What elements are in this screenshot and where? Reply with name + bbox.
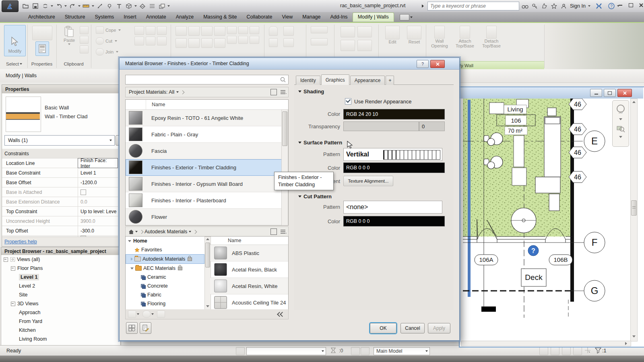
shading-color-swatch[interactable]: RGB 24 20 10 (343, 109, 445, 119)
property-row[interactable]: Base Offset-1200.0 (2, 178, 118, 187)
surface-pattern-field[interactable]: Vertikal (343, 148, 442, 161)
transparency-slider[interactable] (343, 121, 419, 131)
ribbon-state-dropdown-icon[interactable] (410, 16, 413, 18)
measure-length-icon[interactable] (311, 26, 328, 33)
cut-color-swatch[interactable]: RGB 0 0 0 (343, 216, 445, 226)
materials-scroll-thumb[interactable] (282, 111, 287, 146)
ok-button[interactable]: OK (370, 323, 396, 333)
tab-collaborate[interactable]: Collaborate (242, 12, 277, 22)
copy-to-clipboard-icon[interactable] (80, 36, 89, 44)
cut-to-clipboard-icon[interactable] (80, 26, 89, 34)
tag-icon[interactable] (105, 2, 114, 10)
ribbon-state-toggle-icon[interactable] (400, 14, 409, 21)
breadcrumb-item[interactable]: Autodesk Materials (144, 229, 187, 234)
wall-opening-button[interactable]: Wall Opening (429, 26, 450, 48)
select-underlay-icon[interactable] (573, 347, 582, 355)
filter-icon[interactable] (595, 347, 601, 355)
material-row[interactable]: Fabric - Plain - Gray (126, 126, 288, 143)
undo-dropdown-icon[interactable] (64, 5, 67, 7)
measure-dropdown-icon[interactable] (92, 5, 94, 7)
shading-section-header[interactable]: Shading (298, 88, 324, 95)
scroll-down-icon[interactable] (632, 335, 636, 337)
tree-item-kitchen[interactable]: Kitchen (1, 326, 120, 335)
design-option-dropdown[interactable]: Main Model (374, 347, 430, 355)
help-question-icon[interactable]: ? (528, 245, 539, 256)
thin-lines-icon[interactable] (148, 2, 157, 10)
material-row[interactable]: Finishes - Interior - Plasterboard (126, 192, 288, 209)
type-selector-dropdown[interactable]: Walls (1) (4, 135, 115, 146)
measure-icon[interactable] (82, 2, 91, 10)
material-row[interactable]: Flower (126, 209, 288, 225)
property-row[interactable]: Top ConstraintUp to level: Leve (2, 207, 118, 216)
close-icon[interactable] (636, 2, 644, 9)
communication-center-icon[interactable] (540, 2, 549, 10)
view-close-icon[interactable] (617, 89, 632, 97)
exchange-apps-icon[interactable] (594, 2, 603, 10)
section-icon[interactable] (138, 2, 147, 10)
properties-help-link[interactable]: Properties help (4, 239, 37, 245)
reset-profile-button[interactable]: Reset (404, 26, 424, 44)
rotate-icon[interactable] (201, 38, 213, 48)
deck-label[interactable]: Deck (521, 269, 546, 286)
create-similar-icon[interactable] (357, 26, 372, 37)
library-tree-flooring[interactable]: Flooring (126, 299, 204, 308)
library-tree-aec-materials[interactable]: AEC Materials (126, 264, 204, 273)
align-icon[interactable] (175, 26, 187, 36)
library-view-toggle-icon[interactable] (270, 228, 277, 235)
detach-topbase-button[interactable]: Detach Top/Base (480, 26, 503, 48)
edit-profile-button[interactable]: Edit (383, 26, 402, 44)
tab-graphics[interactable]: Graphics (321, 74, 349, 85)
select-pinned-icon[interactable] (562, 347, 571, 355)
tree-item-approach[interactable]: Approach (1, 308, 120, 317)
library-material-row[interactable]: Acetal Resin, Black (210, 261, 288, 278)
title-expand-icon[interactable] (422, 4, 424, 8)
override-graphics-icon[interactable] (269, 38, 278, 47)
property-row[interactable]: Unconnected Height3900.0 (2, 216, 118, 226)
tree-item-site[interactable]: Site (1, 290, 120, 299)
library-tree-autodesk-materials[interactable]: Autodesk Materials (126, 254, 204, 264)
drawing-window[interactable]: E 46 46 46 46 (459, 86, 644, 348)
redo-icon[interactable] (68, 2, 77, 10)
sync-dropdown-icon[interactable] (51, 5, 53, 7)
paste-button[interactable]: Paste (60, 26, 78, 45)
tree-item-floor-plans[interactable]: Floor Plans (1, 264, 120, 273)
tab-add-icon[interactable]: + (386, 76, 394, 85)
properties-palette-header[interactable]: Properties (2, 84, 122, 94)
maximize-icon[interactable] (625, 2, 636, 9)
tab-architecture[interactable]: Architecture (23, 12, 60, 22)
switch-windows-icon[interactable] (157, 2, 166, 10)
create-parts-icon[interactable] (357, 40, 372, 51)
surface-pattern-section-header[interactable]: Surface Pattern (298, 140, 342, 146)
cut-pattern-field[interactable]: <none> (343, 201, 442, 214)
steering-wheel-icon[interactable]: 2D (616, 105, 625, 114)
tree-item-3d-views[interactable]: 3D Views (1, 299, 120, 308)
customize-qat-icon[interactable] (167, 5, 170, 7)
tab-identity[interactable]: Identity (296, 76, 320, 85)
sync-icon[interactable] (41, 2, 50, 10)
materials-filter-dropdown[interactable]: Project Materials: All (129, 89, 174, 95)
breadcrumb-dropdown-icon[interactable] (189, 231, 191, 232)
default-3d-view-icon[interactable] (124, 2, 133, 10)
drag-on-selection-icon[interactable] (584, 347, 592, 354)
dialog-close-icon[interactable] (430, 60, 445, 68)
binoculars-icon[interactable] (520, 2, 529, 10)
demolish-icon[interactable] (157, 37, 167, 45)
zoom-region-icon[interactable] (616, 124, 625, 133)
split-face-icon[interactable] (134, 37, 144, 45)
tab-modify-walls[interactable]: Modify | Walls (353, 12, 394, 22)
search-input[interactable] (427, 2, 519, 10)
link-icon[interactable] (361, 347, 369, 355)
design-options-icon[interactable] (351, 347, 360, 355)
match-type-icon[interactable] (80, 45, 89, 53)
library-tree-home[interactable]: Home (126, 237, 204, 245)
dialog-help-icon[interactable]: ? (417, 60, 429, 68)
tab-add-ins[interactable]: Add-Ins (326, 12, 353, 22)
surface-color-swatch[interactable]: RGB 0 0 0 (343, 162, 445, 173)
base-attached-checkbox[interactable] (80, 189, 86, 195)
material-row[interactable]: Finishes - Interior - Gypsum Wall Board (126, 176, 288, 192)
transparency-value[interactable]: 0 (419, 121, 445, 131)
save-icon[interactable] (31, 2, 40, 10)
home-dropdown-icon[interactable] (135, 231, 138, 232)
zoom-dropdown-icon[interactable] (619, 136, 622, 138)
attach-topbase-button[interactable]: Attach Top/Base (453, 26, 477, 48)
